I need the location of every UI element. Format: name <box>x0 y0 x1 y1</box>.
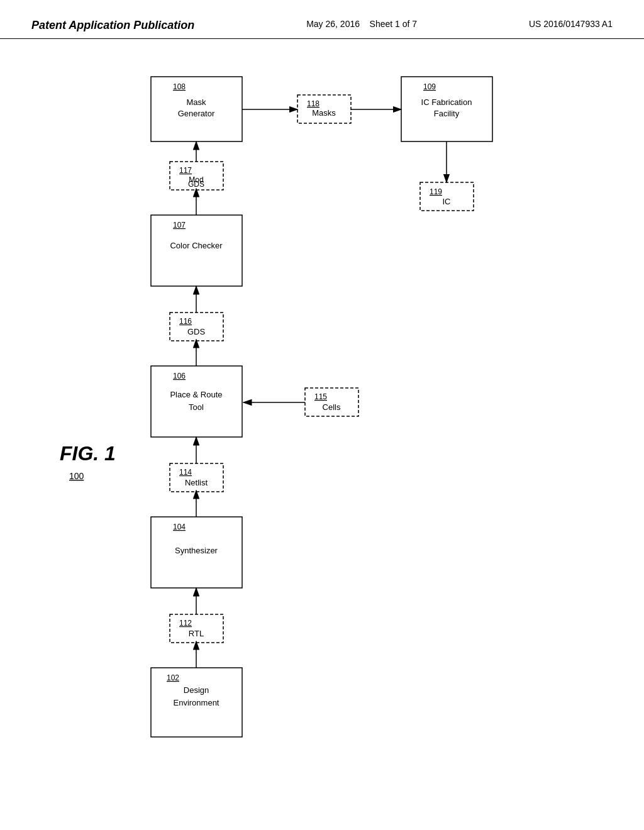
svg-text:109: 109 <box>423 82 436 91</box>
box-106 <box>151 366 242 437</box>
svg-text:117: 117 <box>179 166 192 175</box>
svg-text:118: 118 <box>307 99 319 108</box>
page-header: Patent Application Publication May 26, 2… <box>0 0 644 39</box>
header-patent-number: US 2016/0147933 A1 <box>529 19 613 29</box>
svg-text:Environment: Environment <box>174 698 219 707</box>
svg-text:Tool: Tool <box>189 402 204 412</box>
svg-text:112: 112 <box>179 619 192 628</box>
svg-text:Cells: Cells <box>323 402 341 412</box>
svg-text:Masks: Masks <box>312 108 336 118</box>
diagram-area: 102 Design Environment 112 RTL 104 Synth… <box>0 39 644 819</box>
svg-text:Color Checker: Color Checker <box>170 241 223 250</box>
header-center: May 26, 2016 Sheet 1 of 7 <box>306 19 417 29</box>
diagram-svg: 102 Design Environment 112 RTL 104 Synth… <box>0 39 644 819</box>
header-publication-type: Patent Application Publication <box>31 19 194 32</box>
svg-text:104: 104 <box>173 523 186 531</box>
svg-text:Generator: Generator <box>178 109 215 118</box>
fig-label: FIG. 1 <box>60 442 116 465</box>
svg-text:GDS: GDS <box>188 180 204 189</box>
svg-text:107: 107 <box>173 221 186 230</box>
header-date: May 26, 2016 <box>306 19 360 29</box>
svg-text:116: 116 <box>179 317 192 326</box>
svg-text:Design: Design <box>184 685 209 695</box>
svg-text:Netlist: Netlist <box>185 478 208 487</box>
fig-ref: 100 <box>69 471 84 481</box>
svg-text:Mask: Mask <box>186 97 206 107</box>
svg-text:114: 114 <box>179 468 192 477</box>
svg-text:GDS: GDS <box>187 327 206 336</box>
label-102: 102 <box>167 673 179 682</box>
svg-text:119: 119 <box>430 187 442 196</box>
svg-text:106: 106 <box>173 372 186 380</box>
svg-text:Facility: Facility <box>434 109 460 118</box>
box-107 <box>151 215 242 286</box>
svg-text:IC: IC <box>443 197 451 206</box>
svg-text:RTL: RTL <box>189 629 204 638</box>
svg-text:Place & Route: Place & Route <box>170 390 222 399</box>
svg-text:IC Fabrication: IC Fabrication <box>421 97 472 107</box>
header-sheet: Sheet 1 of 7 <box>370 19 418 29</box>
svg-text:115: 115 <box>314 392 327 401</box>
svg-text:Synthesizer: Synthesizer <box>175 546 218 555</box>
svg-text:108: 108 <box>173 82 186 91</box>
